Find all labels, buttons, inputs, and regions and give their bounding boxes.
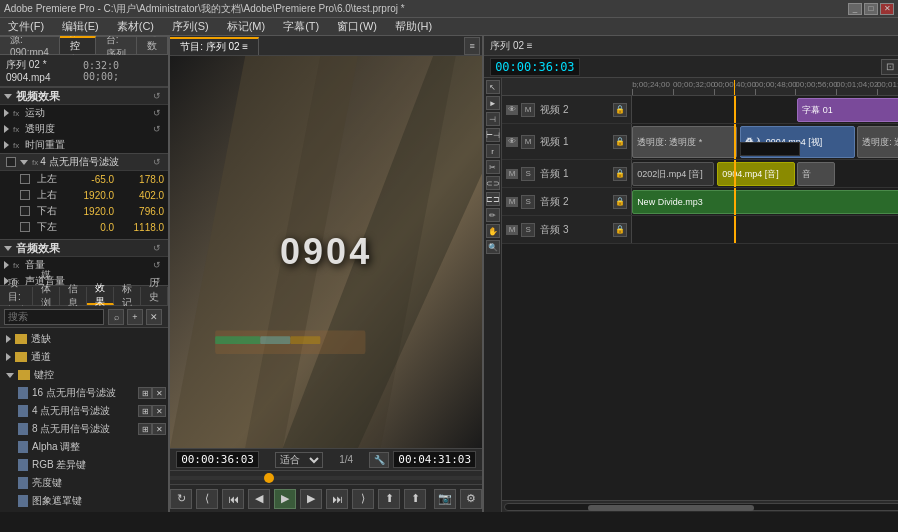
menu-file[interactable]: 文件(F): [4, 19, 48, 34]
zoom-select[interactable]: 适合 25% 50% 100%: [275, 452, 323, 468]
timeline-ruler[interactable]: b;00;24;00 00;00;32;00 00;00;40;00: [502, 78, 898, 96]
clip-audio-end[interactable]: 音: [797, 162, 835, 186]
settings-btn[interactable]: ⚙: [460, 489, 482, 509]
wrench-btn[interactable]: 🔧: [369, 452, 389, 468]
menu-title[interactable]: 字幕(T): [279, 19, 323, 34]
timeline-time[interactable]: 00:00:36:03: [490, 58, 579, 76]
track-a2-mute[interactable]: M: [506, 197, 518, 207]
track-a2-lock[interactable]: 🔒: [613, 195, 627, 209]
delete-btn[interactable]: ✕: [146, 309, 162, 325]
menu-sequence[interactable]: 序列(S): [168, 19, 213, 34]
menu-clip[interactable]: 素材(C): [113, 19, 158, 34]
volume-row[interactable]: fx 音量 ↺: [0, 257, 168, 273]
menu-help[interactable]: 帮助(H): [391, 19, 436, 34]
tab-effects[interactable]: 效果: [87, 287, 114, 305]
close-btn[interactable]: ✕: [880, 3, 894, 15]
clip-0904-audio[interactable]: 0904.mp4 [音]: [717, 162, 795, 186]
track-v2-lock[interactable]: 🔒: [613, 103, 627, 117]
clip-opacity-2[interactable]: 透明度: 透明度 *: [857, 126, 898, 158]
timeremap-toggle[interactable]: [4, 141, 9, 149]
pen-tool[interactable]: ✏: [486, 208, 500, 222]
lift-btn[interactable]: ⬆: [378, 489, 400, 509]
tab-meta[interactable]: 元数据: [137, 36, 168, 54]
acc-icon-8pt[interactable]: ⊞: [138, 423, 152, 435]
track-v2-mute[interactable]: M: [521, 103, 535, 117]
topleft-checkbox[interactable]: [20, 174, 30, 184]
tab-source[interactable]: 源: 090:mp4: [0, 36, 60, 54]
del-icon-8pt[interactable]: ✕: [152, 423, 166, 435]
tree-item-channel[interactable]: 通道: [2, 348, 166, 366]
del-icon-4pt[interactable]: ✕: [152, 405, 166, 417]
panel-menu-btn[interactable]: ≡: [464, 37, 480, 55]
scrubber-thumb[interactable]: [264, 473, 274, 483]
motion-row[interactable]: fx 运动 ↺: [0, 105, 168, 121]
video-effects-toggle[interactable]: [4, 94, 12, 99]
track-v1-lock[interactable]: 🔒: [613, 135, 627, 149]
tree-item-4pt[interactable]: 4 点无用信号滤波 ⊞ ✕: [2, 402, 166, 420]
search-btn[interactable]: ⌕: [108, 309, 124, 325]
acc-icon-4pt[interactable]: ⊞: [138, 405, 152, 417]
tab-media[interactable]: 媒体浏览: [33, 287, 60, 305]
track-a3-mute[interactable]: M: [506, 225, 518, 235]
hand-tool[interactable]: ✋: [486, 224, 500, 238]
track-a1-solo[interactable]: S: [521, 167, 535, 181]
channel-vol-row[interactable]: fx 声道音量 ↺: [0, 273, 168, 286]
prev-edit-btn[interactable]: ⏮: [222, 489, 244, 509]
motion-reset[interactable]: ↺: [150, 106, 164, 120]
tab-info[interactable]: 信息: [60, 287, 87, 305]
scrubber-bar[interactable]: [170, 470, 482, 484]
tab-markers[interactable]: 标记: [114, 287, 141, 305]
topright-row[interactable]: 上右 1920.0 402.0: [0, 187, 168, 203]
clip-title01[interactable]: 字幕 01: [797, 98, 898, 122]
channel-toggle[interactable]: [6, 353, 11, 361]
maximize-btn[interactable]: □: [864, 3, 878, 15]
bottomright-row[interactable]: 下右 1920.0 796.0: [0, 203, 168, 219]
track-v1-mute[interactable]: M: [521, 135, 535, 149]
bottomleft-checkbox[interactable]: [20, 222, 30, 232]
track-a1-mute[interactable]: M: [506, 169, 518, 179]
slide-tool[interactable]: ⊏⊐: [486, 192, 500, 206]
tree-item-alpha[interactable]: Alpha 调整: [2, 438, 166, 456]
track-a1-lock[interactable]: 🔒: [613, 167, 627, 181]
signal-reset[interactable]: ↺: [150, 155, 164, 169]
search-input[interactable]: [4, 309, 104, 325]
track-v1-eye[interactable]: 👁: [506, 137, 518, 147]
track-a3-solo[interactable]: S: [521, 223, 535, 237]
track-select-tool[interactable]: ►: [486, 96, 500, 110]
audio-effects-reset[interactable]: ↺: [150, 241, 164, 255]
tree-item-rgb[interactable]: RGB 差异键: [2, 456, 166, 474]
menu-window[interactable]: 窗口(W): [333, 19, 381, 34]
bottomright-checkbox[interactable]: [20, 206, 30, 216]
track-a3-lock[interactable]: 🔒: [613, 223, 627, 237]
next-edit-btn[interactable]: ⏭: [326, 489, 348, 509]
minimize-btn[interactable]: _: [848, 3, 862, 15]
bottomleft-row[interactable]: 下左 0.0 1118.0: [0, 219, 168, 235]
clip-0202-audio[interactable]: 0202旧.mp4 [音]: [632, 162, 714, 186]
scroll-thumb[interactable]: [588, 505, 754, 511]
topright-checkbox[interactable]: [20, 190, 30, 200]
tree-item-transparent[interactable]: 透缺: [2, 330, 166, 348]
tab-program[interactable]: 节目: 序列 02 ≡: [170, 37, 259, 55]
timeremap-row[interactable]: fx 时间重置: [0, 137, 168, 153]
roll-tool[interactable]: ⊢⊣: [486, 128, 500, 142]
tree-item-16pt[interactable]: 16 点无用信号滤波 ⊞ ✕: [2, 384, 166, 402]
mark-out-btn[interactable]: ⟩: [352, 489, 374, 509]
new-folder-btn[interactable]: +: [127, 309, 143, 325]
opacity-toggle[interactable]: [4, 125, 9, 133]
zoom-tool[interactable]: 🔍: [486, 240, 500, 254]
ruler-playhead[interactable]: [734, 80, 735, 95]
step-back-btn[interactable]: ◀: [248, 489, 270, 509]
scroll-track[interactable]: [504, 503, 898, 511]
opacity-reset[interactable]: ↺: [150, 122, 164, 136]
mark-in-btn[interactable]: ⟨: [196, 489, 218, 509]
audio-effects-toggle[interactable]: [4, 246, 12, 251]
extract-btn[interactable]: ⬆: [404, 489, 426, 509]
tab-history[interactable]: 历史 ≡: [141, 287, 168, 305]
select-tool[interactable]: ↖: [486, 80, 500, 94]
track-v2-eye[interactable]: 👁: [506, 105, 518, 115]
acc-icon-16pt[interactable]: ⊞: [138, 387, 152, 399]
signal-filter-checkbox[interactable]: [6, 157, 16, 167]
opacity-row[interactable]: fx 透明度 ↺: [0, 121, 168, 137]
tab-mixer[interactable]: 调音台: 序列 02: [96, 36, 137, 54]
video-effects-reset[interactable]: ↺: [150, 89, 164, 103]
